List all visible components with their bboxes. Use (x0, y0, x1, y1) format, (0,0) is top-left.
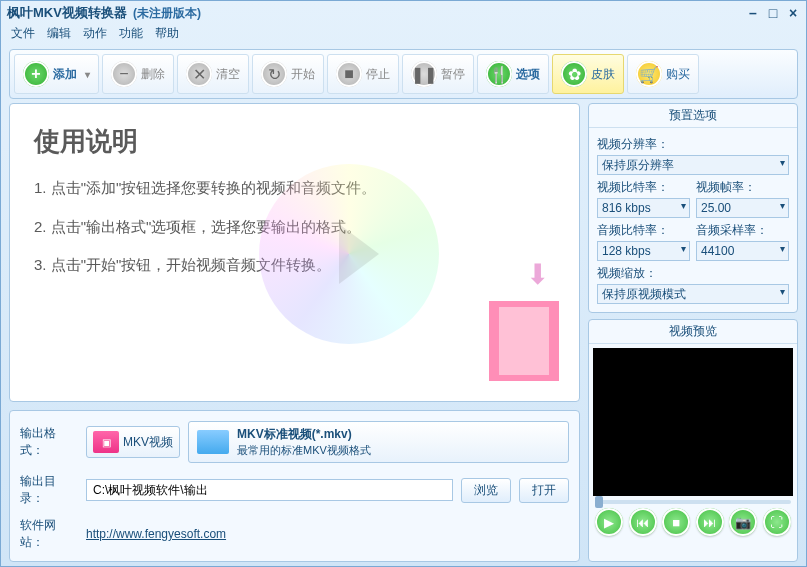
menu-file[interactable]: 文件 (11, 25, 35, 45)
options-button[interactable]: 🍴选项 (477, 54, 549, 94)
menu-help[interactable]: 帮助 (155, 25, 179, 45)
output-format-label: 输出格式： (20, 425, 78, 459)
tools-icon: 🍴 (486, 61, 512, 87)
apple-icon: ✿ (561, 61, 587, 87)
preset-panel: 预置选项 视频分辨率： 视频比特率： 视频帧率： (588, 103, 798, 313)
main-window: 枫叶MKV视频转换器 (未注册版本) – □ × 文件 编辑 动作 功能 帮助 … (0, 0, 807, 567)
instructions-heading: 使用说明 (34, 124, 555, 159)
toolbar: +添加▾ −删除 ✕清空 ↻开始 ■停止 ❚❚暂停 🍴选项 ✿皮肤 🛒购买 (9, 49, 798, 99)
menubar: 文件 编辑 动作 功能 帮助 (1, 25, 806, 45)
preview-title: 视频预览 (589, 320, 797, 344)
preset-title: 预置选项 (589, 104, 797, 128)
audio-rate-select[interactable] (696, 241, 789, 261)
play-button[interactable]: ▶ (595, 508, 623, 536)
output-panel: 输出格式： ▣ MKV视频 MKV标准视频(*.mkv) 最常用的标准MKV视频… (9, 410, 580, 562)
folder-icon (197, 430, 229, 454)
titlebar: 枫叶MKV视频转换器 (未注册版本) – □ × (1, 1, 806, 25)
video-zoom-select[interactable] (597, 284, 789, 304)
close-button[interactable]: × (786, 6, 800, 20)
pause-icon: ❚❚ (411, 61, 437, 87)
film-icon (489, 301, 559, 381)
audio-bitrate-label: 音频比特率： (597, 222, 690, 239)
cart-icon: 🛒 (636, 61, 662, 87)
pause-button[interactable]: ❚❚暂停 (402, 54, 474, 94)
buy-button[interactable]: 🛒购买 (627, 54, 699, 94)
site-link[interactable]: http://www.fengyesoft.com (86, 527, 226, 541)
refresh-icon: ↻ (261, 61, 287, 87)
video-bitrate-select[interactable] (597, 198, 690, 218)
preview-panel: 视频预览 ▶ ⏮ ■ ⏭ 📷 ⛶ (588, 319, 798, 562)
snapshot-button[interactable]: 📷 (729, 508, 757, 536)
audio-bitrate-select[interactable] (597, 241, 690, 261)
video-bitrate-label: 视频比特率： (597, 179, 690, 196)
maximize-button[interactable]: □ (766, 6, 780, 20)
mkv-icon: ▣ (93, 431, 119, 453)
app-title: 枫叶MKV视频转换器 (7, 4, 127, 22)
menu-function[interactable]: 功能 (119, 25, 143, 45)
stop-icon: ■ (336, 61, 362, 87)
output-dir-label: 输出目录： (20, 473, 78, 507)
minus-icon: − (111, 61, 137, 87)
menu-action[interactable]: 动作 (83, 25, 107, 45)
open-button[interactable]: 打开 (519, 478, 569, 503)
output-format-desc[interactable]: MKV标准视频(*.mkv) 最常用的标准MKV视频格式 (188, 421, 569, 463)
stop-preview-button[interactable]: ■ (662, 508, 690, 536)
minimize-button[interactable]: – (746, 6, 760, 20)
skin-button[interactable]: ✿皮肤 (552, 54, 624, 94)
content-area: ⬇ 使用说明 1. 点击"添加"按钮选择您要转换的视频和音频文件。 2. 点击"… (9, 103, 580, 402)
audio-rate-label: 音频采样率： (696, 222, 789, 239)
plus-icon: + (23, 61, 49, 87)
delete-button[interactable]: −删除 (102, 54, 174, 94)
browse-button[interactable]: 浏览 (461, 478, 511, 503)
site-label: 软件网站： (20, 517, 78, 551)
chevron-down-icon: ▾ (85, 69, 90, 80)
stop-button[interactable]: ■停止 (327, 54, 399, 94)
video-zoom-label: 视频缩放： (597, 265, 789, 282)
play-icon (339, 224, 379, 284)
arrow-down-icon: ⬇ (526, 258, 549, 291)
menu-edit[interactable]: 编辑 (47, 25, 71, 45)
video-fps-label: 视频帧率： (696, 179, 789, 196)
output-dir-input[interactable] (86, 479, 453, 501)
next-button[interactable]: ⏭ (696, 508, 724, 536)
output-format-button[interactable]: ▣ MKV视频 (86, 426, 180, 458)
seek-slider[interactable] (595, 500, 791, 504)
clear-button[interactable]: ✕清空 (177, 54, 249, 94)
preview-screen (593, 348, 793, 496)
video-res-select[interactable] (597, 155, 789, 175)
x-icon: ✕ (186, 61, 212, 87)
app-subtitle: (未注册版本) (133, 5, 201, 22)
start-button[interactable]: ↻开始 (252, 54, 324, 94)
add-button[interactable]: +添加▾ (14, 54, 99, 94)
prev-button[interactable]: ⏮ (629, 508, 657, 536)
fullscreen-button[interactable]: ⛶ (763, 508, 791, 536)
video-fps-select[interactable] (696, 198, 789, 218)
video-res-label: 视频分辨率： (597, 136, 789, 153)
